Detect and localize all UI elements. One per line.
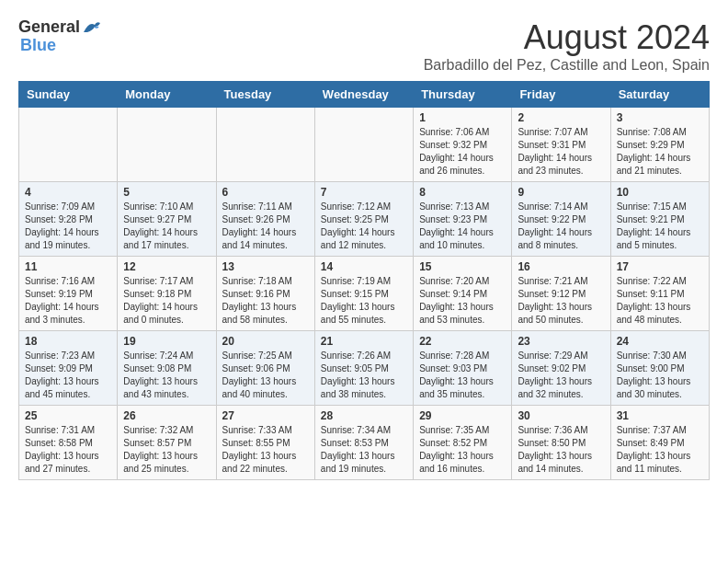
calendar-cell: 4Sunrise: 7:09 AM Sunset: 9:28 PM Daylig… [19,182,118,257]
day-number: 21 [321,335,407,348]
day-info: Sunrise: 7:14 AM Sunset: 9:22 PM Dayligh… [518,201,604,252]
day-header-tuesday: Tuesday [216,82,314,108]
day-header-monday: Monday [118,82,216,108]
day-info: Sunrise: 7:24 AM Sunset: 9:08 PM Dayligh… [123,350,210,401]
logo-blue-text: Blue [20,37,102,55]
day-info: Sunrise: 7:29 AM Sunset: 9:02 PM Dayligh… [518,350,604,401]
day-number: 23 [518,335,604,348]
month-year-title: August 2024 [424,18,710,57]
calendar-cell: 26Sunrise: 7:32 AM Sunset: 8:57 PM Dayli… [118,406,216,480]
day-info: Sunrise: 7:36 AM Sunset: 8:50 PM Dayligh… [518,424,604,476]
calendar-cell: 1Sunrise: 7:06 AM Sunset: 9:32 PM Daylig… [414,108,512,182]
calendar-cell: 11Sunrise: 7:16 AM Sunset: 9:19 PM Dayli… [19,257,118,331]
day-info: Sunrise: 7:21 AM Sunset: 9:12 PM Dayligh… [518,275,604,327]
calendar-cell [314,108,413,182]
day-info: Sunrise: 7:15 AM Sunset: 9:21 PM Dayligh… [617,201,703,252]
day-header-sunday: Sunday [19,82,118,108]
calendar-cell: 18Sunrise: 7:23 AM Sunset: 9:09 PM Dayli… [19,331,118,406]
day-number: 30 [518,409,604,422]
day-number: 13 [222,260,309,273]
day-number: 31 [617,409,703,422]
calendar-cell: 20Sunrise: 7:25 AM Sunset: 9:06 PM Dayli… [216,331,314,406]
day-info: Sunrise: 7:23 AM Sunset: 9:09 PM Dayligh… [25,350,111,401]
title-section: August 2024 Barbadillo del Pez, Castille… [424,18,710,74]
day-number: 9 [518,186,604,199]
calendar-cell: 8Sunrise: 7:13 AM Sunset: 9:23 PM Daylig… [414,182,512,257]
calendar-cell [216,108,314,182]
day-info: Sunrise: 7:37 AM Sunset: 8:49 PM Dayligh… [617,424,703,476]
day-number: 4 [25,186,111,199]
day-info: Sunrise: 7:31 AM Sunset: 8:58 PM Dayligh… [25,424,111,476]
calendar-cell: 21Sunrise: 7:26 AM Sunset: 9:05 PM Dayli… [314,331,413,406]
day-info: Sunrise: 7:06 AM Sunset: 9:32 PM Dayligh… [419,126,506,178]
calendar-cell: 31Sunrise: 7:37 AM Sunset: 8:49 PM Dayli… [610,406,709,480]
page-header: General Blue August 2024 Barbadillo del … [18,18,710,74]
day-number: 8 [419,186,506,199]
day-info: Sunrise: 7:25 AM Sunset: 9:06 PM Dayligh… [222,350,309,401]
day-info: Sunrise: 7:17 AM Sunset: 9:18 PM Dayligh… [123,275,210,327]
day-number: 24 [617,335,703,348]
calendar-cell: 10Sunrise: 7:15 AM Sunset: 9:21 PM Dayli… [610,182,709,257]
day-info: Sunrise: 7:30 AM Sunset: 9:00 PM Dayligh… [617,350,703,401]
day-info: Sunrise: 7:22 AM Sunset: 9:11 PM Dayligh… [617,275,703,327]
calendar-cell: 6Sunrise: 7:11 AM Sunset: 9:26 PM Daylig… [216,182,314,257]
day-info: Sunrise: 7:09 AM Sunset: 9:28 PM Dayligh… [25,201,111,252]
day-header-saturday: Saturday [610,82,709,108]
day-info: Sunrise: 7:08 AM Sunset: 9:29 PM Dayligh… [617,126,703,178]
calendar-cell: 23Sunrise: 7:29 AM Sunset: 9:02 PM Dayli… [512,331,610,406]
day-number: 12 [123,260,210,273]
logo: General Blue [18,18,102,55]
calendar-cell: 22Sunrise: 7:28 AM Sunset: 9:03 PM Dayli… [414,331,512,406]
day-number: 26 [123,409,210,422]
calendar-cell: 7Sunrise: 7:12 AM Sunset: 9:25 PM Daylig… [314,182,413,257]
calendar-cell: 13Sunrise: 7:18 AM Sunset: 9:16 PM Dayli… [216,257,314,331]
calendar-cell [118,108,216,182]
calendar-cell: 2Sunrise: 7:07 AM Sunset: 9:31 PM Daylig… [512,108,610,182]
day-info: Sunrise: 7:07 AM Sunset: 9:31 PM Dayligh… [518,126,604,178]
day-number: 2 [518,111,604,124]
day-info: Sunrise: 7:20 AM Sunset: 9:14 PM Dayligh… [419,275,506,327]
day-number: 29 [419,409,506,422]
calendar-cell: 5Sunrise: 7:10 AM Sunset: 9:27 PM Daylig… [118,182,216,257]
calendar-cell: 14Sunrise: 7:19 AM Sunset: 9:15 PM Dayli… [314,257,413,331]
logo-general-text: General [18,18,80,37]
day-info: Sunrise: 7:33 AM Sunset: 8:55 PM Dayligh… [222,424,309,476]
day-header-thursday: Thursday [414,82,512,108]
day-number: 18 [25,335,111,348]
day-info: Sunrise: 7:26 AM Sunset: 9:05 PM Dayligh… [321,350,407,401]
calendar-cell: 12Sunrise: 7:17 AM Sunset: 9:18 PM Dayli… [118,257,216,331]
day-info: Sunrise: 7:32 AM Sunset: 8:57 PM Dayligh… [123,424,210,476]
day-info: Sunrise: 7:10 AM Sunset: 9:27 PM Dayligh… [123,201,210,252]
day-number: 20 [222,335,309,348]
calendar-cell: 3Sunrise: 7:08 AM Sunset: 9:29 PM Daylig… [610,108,709,182]
day-info: Sunrise: 7:35 AM Sunset: 8:52 PM Dayligh… [419,424,506,476]
day-info: Sunrise: 7:13 AM Sunset: 9:23 PM Dayligh… [419,201,506,252]
calendar-cell: 19Sunrise: 7:24 AM Sunset: 9:08 PM Dayli… [118,331,216,406]
calendar-cell: 25Sunrise: 7:31 AM Sunset: 8:58 PM Dayli… [19,406,118,480]
day-number: 1 [419,111,506,124]
day-number: 25 [25,409,111,422]
day-number: 28 [321,409,407,422]
calendar-cell: 27Sunrise: 7:33 AM Sunset: 8:55 PM Dayli… [216,406,314,480]
calendar-table: SundayMondayTuesdayWednesdayThursdayFrid… [18,81,710,480]
day-number: 22 [419,335,506,348]
day-info: Sunrise: 7:12 AM Sunset: 9:25 PM Dayligh… [321,201,407,252]
day-number: 3 [617,111,703,124]
calendar-cell: 29Sunrise: 7:35 AM Sunset: 8:52 PM Dayli… [414,406,512,480]
calendar-cell: 9Sunrise: 7:14 AM Sunset: 9:22 PM Daylig… [512,182,610,257]
day-number: 7 [321,186,407,199]
day-number: 14 [321,260,407,273]
day-info: Sunrise: 7:16 AM Sunset: 9:19 PM Dayligh… [25,275,111,327]
day-number: 19 [123,335,210,348]
day-info: Sunrise: 7:11 AM Sunset: 9:26 PM Dayligh… [222,201,309,252]
calendar-cell: 28Sunrise: 7:34 AM Sunset: 8:53 PM Dayli… [314,406,413,480]
day-number: 17 [617,260,703,273]
day-info: Sunrise: 7:28 AM Sunset: 9:03 PM Dayligh… [419,350,506,401]
day-info: Sunrise: 7:34 AM Sunset: 8:53 PM Dayligh… [321,424,407,476]
day-number: 11 [25,260,111,273]
day-number: 10 [617,186,703,199]
day-number: 27 [222,409,309,422]
day-number: 6 [222,186,309,199]
calendar-cell [19,108,118,182]
day-number: 15 [419,260,506,273]
